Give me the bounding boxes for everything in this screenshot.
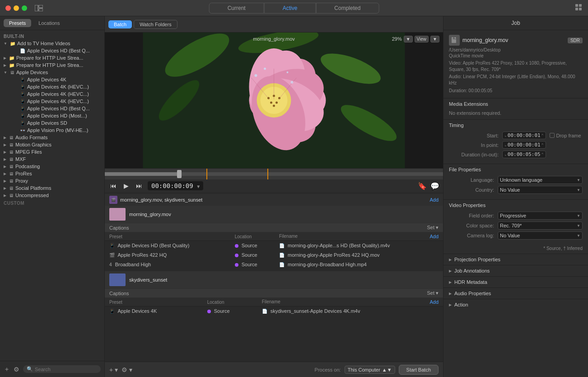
location-dot-icon bbox=[235, 244, 238, 248]
process-on-select[interactable]: This Computer ▲▼ bbox=[345, 366, 395, 374]
toolbar-tab-watch-folders[interactable]: Watch Folders bbox=[134, 20, 177, 29]
sidebar-item-prores[interactable]: ▶ 🖥 ProRes bbox=[0, 170, 104, 177]
timeline-bar[interactable] bbox=[105, 169, 443, 179]
field-order-select[interactable]: Progressive ▼ bbox=[498, 212, 583, 220]
chevron-right-icon-hdr: ▶ bbox=[449, 280, 452, 284]
sidebar-item-add-tv[interactable]: ▼ 📁 Add to TV Home Videos bbox=[0, 40, 104, 47]
projection-properties-header[interactable]: ▶ Projection Properties bbox=[443, 254, 588, 265]
sidebar-item-apple-4k[interactable]: 📱 Apple Devices 4K bbox=[0, 76, 104, 83]
close-button[interactable] bbox=[5, 5, 11, 11]
table-row: 📱 Apple Devices 4K Source 📄 skydivers_su… bbox=[105, 306, 443, 316]
tab-completed[interactable]: Completed bbox=[316, 3, 379, 14]
sidebar-item-apple-hd-bestq[interactable]: 📄 Apple Devices HD (Best Q... bbox=[0, 47, 104, 54]
process-on-label: Process on: bbox=[315, 367, 341, 372]
maximize-button[interactable] bbox=[22, 5, 27, 11]
sidebar-item-mpeg[interactable]: ▶ 🖥 MPEG Files bbox=[0, 148, 104, 156]
skip-forward-button[interactable]: ⏭ bbox=[134, 181, 144, 190]
chevron-right-icon-audio: ▶ bbox=[449, 292, 452, 296]
vr-icon: 👓 bbox=[20, 128, 25, 133]
sidebar-item-apple-devices[interactable]: ▼ 🖥 Apple Devices bbox=[0, 69, 104, 76]
sidebar-item-social-platforms[interactable]: ▶ 🖥 Social Platforms bbox=[0, 184, 104, 192]
batch-item-name: morning_glory.mov bbox=[129, 212, 439, 217]
start-value[interactable]: ⌄ 00:00:00:01 ⌃ bbox=[502, 132, 546, 139]
start-row: Start: ⌄ 00:00:00:01 ⌃ Drop frame bbox=[449, 132, 583, 139]
chevron-down-icon: ▼ bbox=[4, 71, 7, 75]
job-annotations-header[interactable]: ▶ Job Annotations bbox=[443, 265, 588, 276]
camera-log-select[interactable]: No Value ▼ bbox=[498, 231, 583, 240]
chevron-right-icon: ▶ bbox=[4, 157, 6, 161]
sidebar-item-apple-sd[interactable]: 📱 Apple Devices SD bbox=[0, 119, 104, 127]
svg-rect-0 bbox=[35, 5, 38, 11]
select-chevron-icon: ▲▼ bbox=[382, 367, 392, 372]
settings-button[interactable]: ⚙ bbox=[14, 366, 19, 373]
sidebar-item-uncompressed[interactable]: ▶ 🖥 Uncompressed bbox=[0, 192, 104, 199]
sidebar-item-proxy[interactable]: ▶ 🖥 Proxy bbox=[0, 177, 104, 184]
sidebar-item-apple-4k-hevc2[interactable]: 📱 Apple Devices 4K (HEVC...) bbox=[0, 90, 104, 98]
zoom-controls: 29% ▼ View ▼ bbox=[392, 36, 439, 42]
arrow-up-icon2: ⌄ bbox=[504, 143, 507, 147]
start-batch-button[interactable]: Start Batch bbox=[399, 365, 439, 375]
sidebar-item-apple-4k-hevc3[interactable]: 📱 Apple Devices 4K (HEVC...) bbox=[0, 98, 104, 105]
sidebar-tab-locations[interactable]: Locations bbox=[33, 19, 65, 27]
tab-active[interactable]: Active bbox=[264, 3, 316, 14]
table-row: 🎬 Apple ProRes 422 HQ Source 📄 morning-g… bbox=[105, 250, 443, 260]
color-space-select[interactable]: Rec. 709* ▼ bbox=[498, 221, 583, 230]
file-icon: 📱 bbox=[20, 113, 25, 118]
country-select[interactable]: No Value ▼ bbox=[498, 186, 583, 194]
main-tabs: Current Active Completed bbox=[209, 3, 379, 14]
duration-inout-value[interactable]: ⌄ 00:00:05:05 ⌃ bbox=[502, 151, 546, 158]
preset-cell: 4 Broadband High bbox=[105, 260, 230, 269]
language-select[interactable]: Unknown language ▼ bbox=[498, 176, 583, 184]
arrow-up-icon3: ⌄ bbox=[504, 152, 507, 156]
action-header[interactable]: ▶ Action bbox=[443, 299, 588, 310]
add-preset-row-button[interactable]: Add bbox=[429, 234, 439, 239]
sidebar-item-apple-hd-best[interactable]: 📱 Apple Devices HD (Best Q... bbox=[0, 105, 104, 112]
set-button-1[interactable]: Set ▾ bbox=[427, 225, 439, 231]
in-point-value[interactable]: ⌄ 00:00:00:01 ⌃ bbox=[502, 141, 546, 149]
sidebar-item-mxf[interactable]: ▶ 🖥 MXF bbox=[0, 156, 104, 163]
add-batch-button[interactable]: Add bbox=[429, 197, 439, 203]
zoom-down-icon[interactable]: ▼ bbox=[404, 36, 413, 42]
settings-gear-button[interactable]: ⚙ ▾ bbox=[121, 366, 132, 373]
job-filename: morning_glory.mov bbox=[462, 37, 565, 43]
toolbar-tab-batch[interactable]: Batch bbox=[108, 20, 132, 28]
add-item-button[interactable]: + ▾ bbox=[109, 366, 118, 373]
file-icon: 📱 bbox=[20, 85, 25, 90]
play-button[interactable]: ▶ bbox=[122, 181, 131, 190]
set-button-2[interactable]: Set ▾ bbox=[427, 290, 439, 296]
svg-rect-4 bbox=[579, 4, 582, 7]
comment-button[interactable]: 💬 bbox=[430, 182, 439, 190]
sidebar-item-http2[interactable]: ▶ 📁 Prepare for HTTP Live Strea... bbox=[0, 61, 104, 69]
sidebar-footer: ＋ ⚙ 🔍 bbox=[0, 361, 104, 377]
view-button[interactable]: View bbox=[415, 36, 429, 42]
file-icon: 📱 bbox=[20, 121, 25, 126]
audio-properties-header[interactable]: ▶ Audio Properties bbox=[443, 287, 588, 299]
add-preset-button[interactable]: ＋ bbox=[4, 365, 10, 373]
search-input[interactable] bbox=[35, 367, 97, 372]
timeline-thumb[interactable] bbox=[177, 170, 182, 178]
timing-content: Start: ⌄ 00:00:00:01 ⌃ Drop frame In poi… bbox=[443, 130, 588, 164]
skip-back-button[interactable]: ⏮ bbox=[108, 181, 118, 190]
tab-current[interactable]: Current bbox=[209, 3, 264, 14]
sidebar-item-podcasting[interactable]: ▶ 🖥 Podcasting bbox=[0, 163, 104, 170]
batch-thumb bbox=[109, 208, 126, 221]
view-chevron-icon[interactable]: ▼ bbox=[430, 36, 439, 42]
chevron-right-icon: ▶ bbox=[4, 136, 6, 140]
sidebar-tab-presets[interactable]: Presets bbox=[4, 19, 31, 27]
minimize-button[interactable] bbox=[14, 5, 19, 11]
sidebar-item-motion-graphics[interactable]: ▶ 🖥 Motion Graphics bbox=[0, 141, 104, 148]
drop-frame-checkbox[interactable] bbox=[550, 133, 555, 138]
layout-icon[interactable] bbox=[34, 5, 43, 12]
sidebar-item-apple-4k-hevc1[interactable]: 📱 Apple Devices 4K (HEVC...) bbox=[0, 83, 104, 90]
timecode-display: 00:00:00:09 ▼ bbox=[148, 181, 203, 190]
sidebar-item-apple-vision[interactable]: 👓 Apple Vision Pro (MV-HE...) bbox=[0, 127, 104, 134]
chevron-right-icon-ann: ▶ bbox=[449, 269, 452, 273]
sidebar-tabs: Presets Locations bbox=[0, 16, 104, 30]
add-preset-row-button-2[interactable]: Add bbox=[429, 299, 439, 305]
sidebar-item-http1[interactable]: ▶ 📁 Prepare for HTTP Live Strea... bbox=[0, 54, 104, 61]
hdr-metadata-header[interactable]: ▶ HDR Metadata bbox=[443, 276, 588, 287]
sidebar-item-apple-hd-most[interactable]: 📱 Apple Devices HD (Most...) bbox=[0, 112, 104, 119]
sidebar-item-audio-formats[interactable]: ▶ 🖥 Audio Formats bbox=[0, 134, 104, 141]
grid-icon[interactable] bbox=[575, 4, 583, 12]
bookmark-button[interactable]: 🔖 bbox=[418, 182, 427, 190]
